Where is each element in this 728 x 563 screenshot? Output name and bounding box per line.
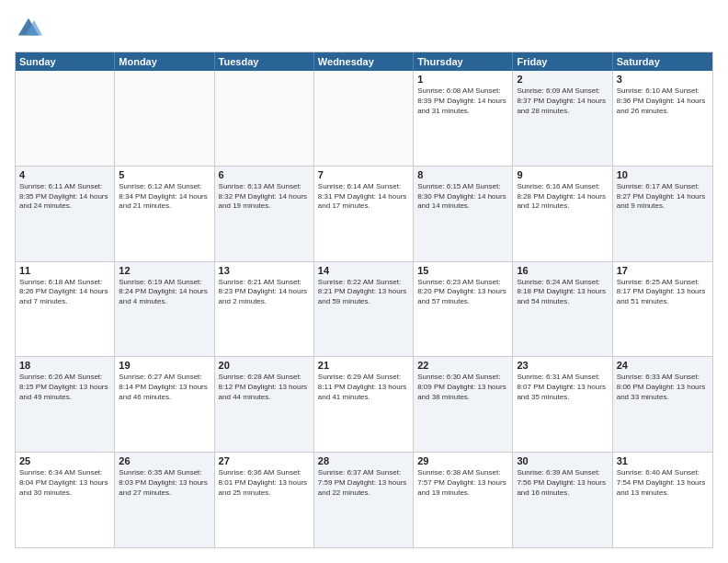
day-info: Sunrise: 6:09 AM Sunset: 8:37 PM Dayligh… — [517, 86, 608, 116]
day-cell-9: 9Sunrise: 6:16 AM Sunset: 8:28 PM Daylig… — [513, 167, 612, 261]
day-info: Sunrise: 6:12 AM Sunset: 8:34 PM Dayligh… — [119, 182, 210, 212]
empty-cell — [215, 71, 314, 166]
day-number: 8 — [417, 169, 508, 180]
day-number: 1 — [417, 74, 508, 85]
day-info: Sunrise: 6:14 AM Sunset: 8:31 PM Dayligh… — [318, 182, 409, 212]
day-info: Sunrise: 6:21 AM Sunset: 8:23 PM Dayligh… — [219, 278, 310, 307]
day-number: 7 — [318, 169, 409, 180]
day-cell-25: 25Sunrise: 6:34 AM Sunset: 8:04 PM Dayli… — [16, 453, 115, 547]
day-info: Sunrise: 6:08 AM Sunset: 8:39 PM Dayligh… — [417, 86, 508, 116]
header-day-monday: Monday — [115, 52, 214, 71]
page: SundayMondayTuesdayWednesdayThursdayFrid… — [0, 0, 728, 563]
day-cell-17: 17Sunrise: 6:25 AM Sunset: 8:17 PM Dayli… — [613, 262, 712, 357]
day-info: Sunrise: 6:36 AM Sunset: 8:01 PM Dayligh… — [219, 468, 310, 498]
day-number: 28 — [318, 455, 409, 466]
day-cell-12: 12Sunrise: 6:19 AM Sunset: 8:24 PM Dayli… — [115, 262, 214, 357]
day-cell-24: 24Sunrise: 6:33 AM Sunset: 8:06 PM Dayli… — [613, 357, 712, 452]
day-number: 25 — [19, 455, 110, 466]
day-cell-3: 3Sunrise: 6:10 AM Sunset: 8:36 PM Daylig… — [613, 71, 712, 166]
day-cell-18: 18Sunrise: 6:26 AM Sunset: 8:15 PM Dayli… — [16, 357, 115, 452]
empty-cell — [16, 71, 115, 166]
day-number: 31 — [617, 455, 709, 466]
day-cell-1: 1Sunrise: 6:08 AM Sunset: 8:39 PM Daylig… — [414, 71, 513, 166]
day-info: Sunrise: 6:30 AM Sunset: 8:09 PM Dayligh… — [417, 373, 508, 402]
day-cell-8: 8Sunrise: 6:15 AM Sunset: 8:30 PM Daylig… — [414, 167, 513, 261]
day-number: 2 — [517, 74, 608, 85]
calendar-week-1: 1Sunrise: 6:08 AM Sunset: 8:39 PM Daylig… — [16, 71, 712, 167]
calendar-week-3: 11Sunrise: 6:18 AM Sunset: 8:26 PM Dayli… — [16, 262, 712, 358]
day-info: Sunrise: 6:18 AM Sunset: 8:26 PM Dayligh… — [19, 278, 110, 307]
day-number: 4 — [19, 169, 110, 180]
day-number: 11 — [19, 265, 110, 276]
day-info: Sunrise: 6:13 AM Sunset: 8:32 PM Dayligh… — [219, 182, 310, 212]
day-number: 21 — [318, 360, 409, 371]
day-number: 29 — [417, 455, 508, 466]
day-number: 17 — [617, 265, 709, 276]
day-cell-29: 29Sunrise: 6:38 AM Sunset: 7:57 PM Dayli… — [414, 453, 513, 547]
day-info: Sunrise: 6:15 AM Sunset: 8:30 PM Dayligh… — [417, 182, 508, 212]
day-number: 30 — [517, 455, 608, 466]
day-cell-19: 19Sunrise: 6:27 AM Sunset: 8:14 PM Dayli… — [115, 357, 214, 452]
header-day-sunday: Sunday — [16, 52, 115, 71]
header-day-wednesday: Wednesday — [314, 52, 414, 71]
day-number: 27 — [219, 455, 310, 466]
day-number: 10 — [617, 169, 709, 180]
day-cell-4: 4Sunrise: 6:11 AM Sunset: 8:35 PM Daylig… — [16, 167, 115, 261]
day-cell-14: 14Sunrise: 6:22 AM Sunset: 8:21 PM Dayli… — [314, 262, 414, 357]
calendar-week-5: 25Sunrise: 6:34 AM Sunset: 8:04 PM Dayli… — [16, 453, 712, 547]
day-info: Sunrise: 6:38 AM Sunset: 7:57 PM Dayligh… — [417, 468, 508, 498]
day-number: 20 — [219, 360, 310, 371]
day-info: Sunrise: 6:17 AM Sunset: 8:27 PM Dayligh… — [617, 182, 709, 212]
day-cell-16: 16Sunrise: 6:24 AM Sunset: 8:18 PM Dayli… — [513, 262, 612, 357]
day-cell-11: 11Sunrise: 6:18 AM Sunset: 8:26 PM Dayli… — [16, 262, 115, 357]
day-number: 9 — [517, 169, 608, 180]
empty-cell — [314, 71, 414, 166]
day-cell-30: 30Sunrise: 6:39 AM Sunset: 7:56 PM Dayli… — [513, 453, 612, 547]
header-day-friday: Friday — [513, 52, 612, 71]
day-number: 18 — [19, 360, 110, 371]
day-info: Sunrise: 6:10 AM Sunset: 8:36 PM Dayligh… — [617, 86, 709, 116]
day-number: 16 — [517, 265, 608, 276]
header-day-tuesday: Tuesday — [215, 52, 314, 71]
day-info: Sunrise: 6:22 AM Sunset: 8:21 PM Dayligh… — [318, 278, 409, 307]
day-cell-2: 2Sunrise: 6:09 AM Sunset: 8:37 PM Daylig… — [513, 71, 612, 166]
day-info: Sunrise: 6:23 AM Sunset: 8:20 PM Dayligh… — [417, 278, 508, 307]
day-info: Sunrise: 6:16 AM Sunset: 8:28 PM Dayligh… — [517, 182, 608, 212]
day-cell-31: 31Sunrise: 6:40 AM Sunset: 7:54 PM Dayli… — [613, 453, 712, 547]
day-info: Sunrise: 6:27 AM Sunset: 8:14 PM Dayligh… — [119, 373, 210, 402]
day-cell-7: 7Sunrise: 6:14 AM Sunset: 8:31 PM Daylig… — [314, 167, 414, 261]
calendar-week-4: 18Sunrise: 6:26 AM Sunset: 8:15 PM Dayli… — [16, 357, 712, 453]
day-info: Sunrise: 6:28 AM Sunset: 8:12 PM Dayligh… — [219, 373, 310, 402]
day-cell-15: 15Sunrise: 6:23 AM Sunset: 8:20 PM Dayli… — [414, 262, 513, 357]
calendar-header: SundayMondayTuesdayWednesdayThursdayFrid… — [16, 52, 712, 71]
day-cell-5: 5Sunrise: 6:12 AM Sunset: 8:34 PM Daylig… — [115, 167, 214, 261]
day-number: 26 — [119, 455, 210, 466]
calendar: SundayMondayTuesdayWednesdayThursdayFrid… — [15, 52, 713, 548]
day-number: 5 — [119, 169, 210, 180]
day-info: Sunrise: 6:25 AM Sunset: 8:17 PM Dayligh… — [617, 278, 709, 307]
day-info: Sunrise: 6:40 AM Sunset: 7:54 PM Dayligh… — [617, 468, 709, 498]
day-number: 14 — [318, 265, 409, 276]
header — [15, 15, 713, 42]
calendar-body: 1Sunrise: 6:08 AM Sunset: 8:39 PM Daylig… — [16, 71, 712, 547]
day-number: 15 — [417, 265, 508, 276]
day-cell-20: 20Sunrise: 6:28 AM Sunset: 8:12 PM Dayli… — [215, 357, 314, 452]
logo-icon — [15, 15, 42, 42]
day-cell-13: 13Sunrise: 6:21 AM Sunset: 8:23 PM Dayli… — [215, 262, 314, 357]
day-cell-23: 23Sunrise: 6:31 AM Sunset: 8:07 PM Dayli… — [513, 357, 612, 452]
day-number: 12 — [119, 265, 210, 276]
day-number: 22 — [417, 360, 508, 371]
header-day-thursday: Thursday — [414, 52, 513, 71]
day-number: 3 — [617, 74, 709, 85]
day-cell-10: 10Sunrise: 6:17 AM Sunset: 8:27 PM Dayli… — [613, 167, 712, 261]
day-info: Sunrise: 6:26 AM Sunset: 8:15 PM Dayligh… — [19, 373, 110, 402]
empty-cell — [115, 71, 214, 166]
day-cell-27: 27Sunrise: 6:36 AM Sunset: 8:01 PM Dayli… — [215, 453, 314, 547]
day-number: 13 — [219, 265, 310, 276]
day-number: 6 — [219, 169, 310, 180]
day-info: Sunrise: 6:33 AM Sunset: 8:06 PM Dayligh… — [617, 373, 709, 402]
day-number: 23 — [517, 360, 608, 371]
day-info: Sunrise: 6:24 AM Sunset: 8:18 PM Dayligh… — [517, 278, 608, 307]
day-cell-26: 26Sunrise: 6:35 AM Sunset: 8:03 PM Dayli… — [115, 453, 214, 547]
day-cell-21: 21Sunrise: 6:29 AM Sunset: 8:11 PM Dayli… — [314, 357, 414, 452]
